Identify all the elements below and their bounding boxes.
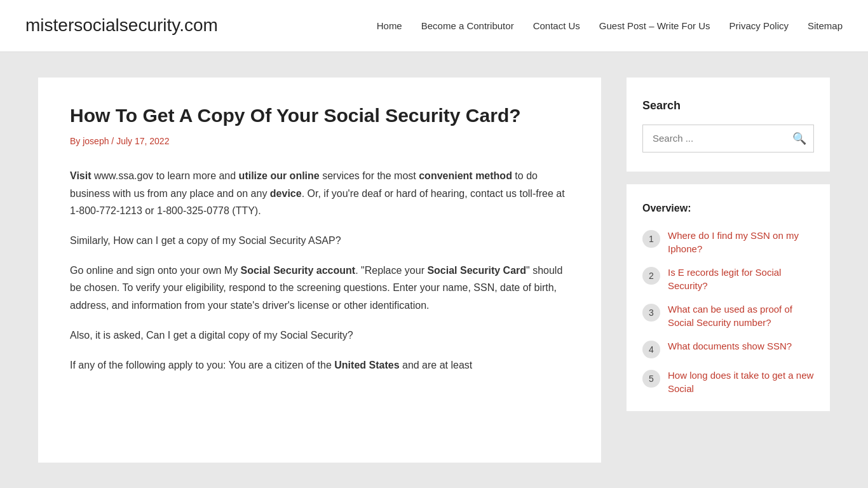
site-header: mistersocialsecurity.com HomeBecome a Co…	[0, 0, 868, 52]
nav-item-home[interactable]: Home	[377, 20, 402, 31]
overview-number-5: 5	[642, 370, 660, 388]
overview-number-2: 2	[642, 267, 660, 285]
overview-heading: Overview:	[642, 200, 814, 217]
site-logo[interactable]: mistersocialsecurity.com	[25, 11, 218, 40]
site-wrapper: How To Get A Copy Of Your Social Securit…	[0, 52, 868, 488]
overview-link-4[interactable]: What documents show SSN?	[668, 339, 792, 353]
article-paragraph-3: Go online and sign onto your own My Soci…	[70, 262, 569, 314]
article-body: Visit www.ssa.gov to learn more and util…	[70, 167, 569, 374]
overview-item: 3What can be used as proof of Social Sec…	[642, 302, 814, 329]
article-title: How To Get A Copy Of Your Social Securit…	[70, 103, 569, 128]
nav-list: HomeBecome a ContributorContact UsGuest …	[377, 18, 843, 34]
search-heading: Search	[642, 97, 814, 115]
overview-link-2[interactable]: Is E records legit for Social Security?	[668, 266, 814, 292]
overview-link-3[interactable]: What can be used as proof of Social Secu…	[668, 302, 814, 329]
overview-number-3: 3	[642, 304, 660, 322]
overview-item: 4What documents show SSN?	[642, 339, 814, 358]
nav-item-sitemap[interactable]: Sitemap	[808, 20, 843, 31]
article-paragraph-1: Visit www.ssa.gov to learn more and util…	[70, 167, 569, 219]
nav-item-contact-us[interactable]: Contact Us	[533, 20, 580, 31]
sidebar-overview-widget: Overview: 1Where do I find my SSN on my …	[627, 184, 830, 412]
main-nav: HomeBecome a ContributorContact UsGuest …	[377, 18, 843, 34]
main-content: How To Get A Copy Of Your Social Securit…	[38, 78, 601, 463]
overview-item: 1Where do I find my SSN on my Iphone?	[642, 229, 814, 255]
overview-number-4: 4	[642, 341, 660, 358]
search-icon: 🔍	[792, 132, 806, 145]
search-button[interactable]: 🔍	[783, 125, 816, 152]
article-paragraph-2: Similarly, How can I get a copy of my So…	[70, 232, 569, 249]
nav-item-guest-post-–-write-for-us[interactable]: Guest Post – Write For Us	[599, 20, 710, 31]
overview-list: 1Where do I find my SSN on my Iphone?2Is…	[642, 229, 814, 395]
overview-link-5[interactable]: How long does it take to get a new Socia…	[668, 369, 814, 395]
search-input[interactable]	[643, 125, 783, 152]
nav-item-privacy-policy[interactable]: Privacy Policy	[729, 20, 789, 31]
article-paragraph-5: If any of the following apply to you: Yo…	[70, 356, 569, 374]
overview-item: 2Is E records legit for Social Security?	[642, 266, 814, 292]
overview-item: 5How long does it take to get a new Soci…	[642, 369, 814, 395]
sidebar-search-widget: Search 🔍	[627, 78, 830, 172]
sidebar: Search 🔍 Overview: 1Where do I find my S…	[627, 78, 830, 463]
search-form: 🔍	[642, 125, 814, 152]
article-meta: By joseph / July 17, 2022	[70, 134, 569, 148]
overview-link-1[interactable]: Where do I find my SSN on my Iphone?	[668, 229, 814, 255]
article-paragraph-4: Also, it is asked, Can I get a digital c…	[70, 327, 569, 344]
nav-item-become-a-contributor[interactable]: Become a Contributor	[421, 20, 514, 31]
overview-number-1: 1	[642, 230, 660, 248]
